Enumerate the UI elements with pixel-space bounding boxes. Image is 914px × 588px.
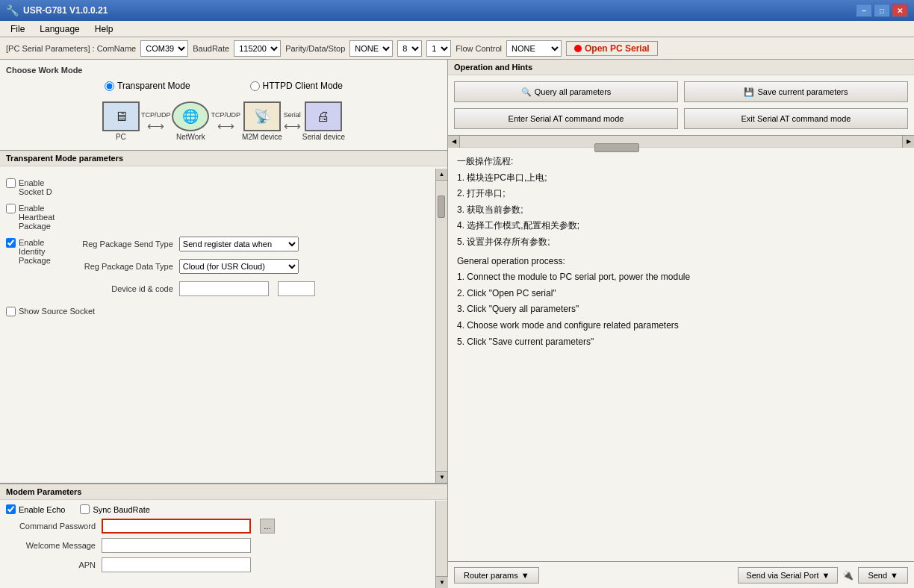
cmd-password-btn[interactable]: …: [260, 519, 275, 534]
hint-line-1: 1. 模块连PC串口,上电;: [457, 170, 905, 187]
enter-at-label: Enter Serial AT command mode: [509, 114, 624, 123]
hint-line-10: 4. Choose work mode and configure relate…: [457, 318, 905, 334]
arrow-2: ⟷: [217, 120, 234, 132]
sync-baudrate-label: Sync BaudRate: [93, 505, 149, 514]
work-mode-section: Choose Work Mode Transparent Mode HTTPD …: [0, 60, 447, 151]
save-current-button[interactable]: 💾 Save current parameters: [684, 81, 908, 102]
httpd-mode-radio[interactable]: HTTPD Client Mode: [250, 81, 343, 91]
enable-echo-label: Enable Echo: [19, 505, 65, 514]
cmd-password-label: Command Password: [6, 522, 96, 531]
hint-line-8: 2. Click "Open PC serial": [457, 286, 905, 302]
hints-hscrollbar[interactable]: ◀ ▶: [448, 135, 914, 147]
send-chevron: ▼: [890, 571, 898, 580]
right-panel: Operation and Hints 🔍 Query all paramete…: [448, 60, 914, 588]
diagram-m2m: 📡 M2M device: [242, 101, 282, 141]
baud-rate-select[interactable]: 115200 9600 57600: [234, 40, 281, 57]
send-label: Send: [868, 571, 887, 580]
welcome-msg-input[interactable]: USR-G781: [102, 538, 251, 553]
enable-heartbeat-checkbox[interactable]: [6, 204, 16, 213]
minimize-button[interactable]: –: [856, 4, 872, 17]
send-via-button[interactable]: Send via Serial Port ▼: [738, 567, 838, 584]
parity-select[interactable]: NONE ODD EVEN: [349, 40, 393, 57]
hint-line-7: 1. Connect the module to PC serial port,…: [457, 269, 905, 286]
enable-socket-d-checkbox[interactable]: [6, 178, 16, 188]
op-buttons-row1: 🔍 Query all parameters 💾 Save current pa…: [448, 75, 914, 108]
transparent-mode-radio[interactable]: Transparent Mode: [105, 81, 190, 91]
scroll-down-btn[interactable]: ▼: [436, 471, 447, 483]
maximize-button[interactable]: □: [874, 4, 890, 17]
exit-at-label: Exit Serial AT command mode: [742, 114, 851, 123]
reg-send-type-label: Reg Package Send Type: [69, 240, 173, 248]
router-params-button[interactable]: Router params ▼: [454, 567, 539, 584]
query-all-button[interactable]: 🔍 Query all parameters: [454, 81, 678, 102]
serial-status-dot: [574, 45, 582, 52]
pc-label: PC: [116, 133, 126, 141]
sync-baudrate-checkbox[interactable]: [80, 504, 90, 514]
welcome-msg-row: Welcome Message USR-G781: [6, 538, 441, 553]
reg-data-type-row: Reg Package Data Type Cloud (for USR Clo…: [69, 259, 315, 274]
menu-bar: File Language Help: [0, 21, 914, 37]
apn-row: APN ,,,0: [6, 557, 441, 572]
mode-radios: Transparent Mode HTTPD Client Mode: [6, 81, 441, 91]
save-current-label: Save current parameters: [757, 87, 848, 96]
send-area: Send via Serial Port ▼ 🔌 Send ▼: [738, 567, 908, 584]
reg-data-type-select[interactable]: Cloud (for USR Cloud) Custom: [179, 259, 299, 274]
device-id-input[interactable]: [179, 281, 269, 296]
reg-data-type-label: Reg Package Data Type: [69, 262, 173, 271]
sync-baudrate-row[interactable]: Sync BaudRate: [80, 504, 149, 514]
welcome-msg-label: Welcome Message: [6, 541, 96, 550]
menu-language[interactable]: Language: [32, 22, 87, 36]
hscroll-right-btn[interactable]: ▶: [902, 136, 914, 148]
query-icon: 🔍: [521, 87, 532, 97]
network-diagram: 🖥 PC TCP/UDP ⟷ 🌐 NetWork TCP/UDP ⟷ 📡: [6, 98, 441, 144]
parity-label: Parity/Data/Stop: [285, 44, 345, 53]
transparent-mode-label: Transparent Mode: [117, 81, 190, 91]
send-button[interactable]: Send ▼: [858, 567, 908, 584]
enter-at-button[interactable]: Enter Serial AT command mode: [454, 108, 678, 129]
save-icon: 💾: [744, 87, 754, 97]
enable-identity-row: Enable Identity Package Reg Package Send…: [6, 238, 432, 301]
modem-checkboxes: Enable Echo Sync BaudRate: [6, 504, 441, 514]
transparent-params-section: Transparent Mode parameters Enable Socke…: [0, 151, 447, 484]
hscroll-thumb: [594, 143, 639, 152]
main-content: Choose Work Mode Transparent Mode HTTPD …: [0, 60, 914, 588]
scroll-up-btn[interactable]: ▲: [436, 169, 447, 181]
enable-identity-label: Enable Identity Package: [19, 238, 51, 265]
menu-file[interactable]: File: [3, 22, 32, 36]
data-bits-select[interactable]: 8 7: [397, 40, 422, 57]
show-source-socket-checkbox[interactable]: [6, 307, 16, 316]
menu-help[interactable]: Help: [87, 22, 121, 36]
device-id-label: Device id & code: [69, 284, 173, 293]
send-via-label: Send via Serial Port: [746, 571, 818, 580]
show-source-socket-row: Show Source Socket: [6, 307, 432, 316]
hint-line-9: 3. Click "Query all parameters": [457, 301, 905, 318]
close-button[interactable]: ✕: [892, 4, 908, 17]
pc-icon: 🖥: [102, 101, 140, 131]
params-scrollbar[interactable]: ▲ ▼: [435, 169, 447, 483]
apn-input[interactable]: ,,,0: [102, 557, 251, 572]
hscroll-left-btn[interactable]: ◀: [448, 136, 460, 148]
toolbar: [PC Serial Parameters] : ComName COM39 C…: [0, 37, 914, 60]
modem-content: Enable Echo Sync BaudRate Command Passwo…: [0, 500, 447, 581]
enable-identity-checkbox[interactable]: [6, 238, 16, 248]
modem-scroll-down[interactable]: ▼: [436, 576, 448, 588]
enable-socket-d-row: Enable Socket D: [6, 178, 432, 196]
reg-send-type-select[interactable]: Send register data when Always send: [179, 237, 299, 251]
cmd-password-input[interactable]: www.usr.cn#: [102, 519, 251, 534]
hint-line-5: 5. 设置并保存所有参数;: [457, 234, 905, 251]
flow-control-select[interactable]: NONE Hardware Software: [506, 40, 562, 57]
stop-bits-select[interactable]: 1 2: [426, 40, 451, 57]
exit-at-button[interactable]: Exit Serial AT command mode: [684, 108, 908, 129]
com-port-select[interactable]: COM39 COM1 COM2: [140, 40, 188, 57]
enable-echo-checkbox[interactable]: [6, 504, 16, 514]
hint-line-2: 2. 打开串口;: [457, 186, 905, 202]
op-buttons-row2: Enter Serial AT command mode Exit Serial…: [448, 108, 914, 135]
diagram-serial-device: 🖨 Serial device: [302, 101, 345, 141]
device-code-input[interactable]: [278, 281, 315, 296]
arrow-serial: Serial ⟷: [284, 111, 301, 132]
enable-echo-row[interactable]: Enable Echo: [6, 504, 65, 514]
open-serial-button[interactable]: Open PC Serial: [566, 41, 658, 56]
arrow-tcp2: TCP/UDP ⟷: [211, 111, 240, 132]
network-label: NetWork: [176, 133, 205, 141]
apn-label: APN: [6, 560, 96, 569]
